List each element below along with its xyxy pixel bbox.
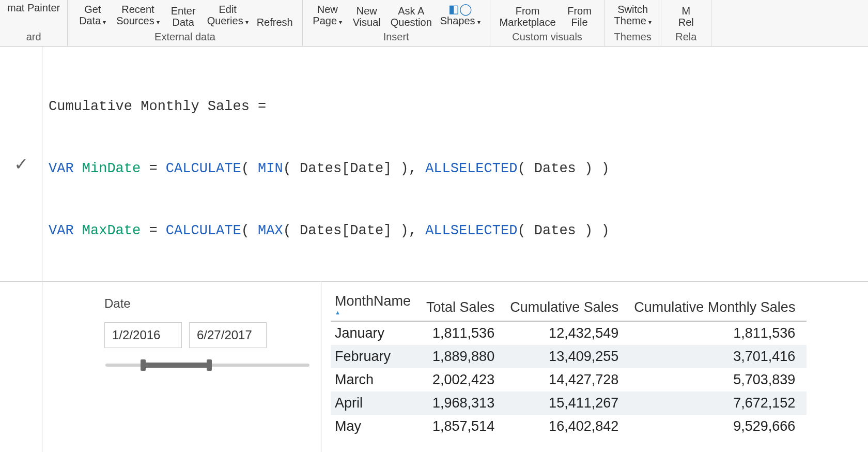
ribbon-group: MRelRela [661,0,711,46]
ribbon-button-line2: Question [391,17,432,28]
cell-total-sales: 1,857,514 [422,415,506,438]
ribbon-group-label-clipboard: ard [26,29,41,44]
ribbon-group: FromMarketplaceFromFileCustom visuals [490,0,605,46]
ribbon-group: NewPage▾NewVisualAsk AQuestion◧◯Shapes▾I… [303,0,490,46]
table-row[interactable]: April1,968,31315,411,2677,672,152 [331,391,807,415]
ribbon-button-line1: From [516,5,540,17]
ribbon-button-line2: Sources▾ [116,15,159,28]
ribbon-button[interactable]: FromFile [562,4,597,29]
col-header-cumulative-monthly-sales[interactable]: Cumulative Monthly Sales [630,289,807,321]
col-header-cumulative-sales[interactable]: Cumulative Sales [506,289,630,321]
cell-month: April [331,391,422,415]
cell-cumulative-sales: 15,411,267 [506,391,630,415]
table-row[interactable]: May1,857,51416,402,8429,529,666 [331,415,807,438]
slicer-from-input[interactable]: 1/2/2016 [104,322,182,348]
cell-month: March [331,368,422,391]
ribbon-button-line1: Ask A [398,5,424,17]
chevron-down-icon: ▾ [103,19,106,26]
cell-cumulative-monthly-sales: 1,811,536 [630,321,807,345]
ribbon-button-line2: Marketplace [500,17,556,28]
ribbon-button[interactable]: RecentSources▾ [114,3,161,29]
date-slicer[interactable]: Date 1/2/2016 6/27/2017 [42,282,321,452]
ribbon-button-line1: From [567,5,592,17]
chevron-down-icon: ▾ [245,19,249,26]
ribbon: mat Painter ard GetData▾RecentSources▾En… [0,0,868,47]
ribbon-button[interactable]: EditQueries▾ [205,3,251,29]
slicer-slider[interactable] [105,358,309,372]
ribbon-group-clipboard-partial: mat Painter ard [0,0,68,46]
results-table-visual[interactable]: MonthName Total Sales Cumulative Sales C… [321,282,868,452]
ribbon-button-line2: Visual [353,17,381,28]
ribbon-group: GetData▾RecentSources▾EnterDataEditQueri… [68,0,302,46]
cell-month: February [331,345,422,368]
page-title-partial [0,282,42,452]
ribbon-group-label: Rela [675,29,696,44]
report-canvas: Date 1/2/2016 6/27/2017 MonthName Total … [0,282,868,452]
ribbon-button[interactable]: SwitchTheme▾ [612,3,654,29]
ribbon-button[interactable]: GetData▾ [75,3,110,29]
ribbon-button-line2: Data▾ [79,15,106,28]
shapes-icon: ◧◯ [448,4,472,15]
ribbon-group-label: Themes [614,29,652,44]
cell-cumulative-monthly-sales: 7,672,152 [630,391,807,415]
slicer-to-input[interactable]: 6/27/2017 [189,322,267,348]
cell-cumulative-monthly-sales: 9,529,666 [630,415,807,438]
ribbon-group-label: Custom visuals [512,29,582,44]
chevron-down-icon: ▾ [648,19,652,26]
ribbon-group-label: External data [154,29,215,44]
format-painter-button[interactable]: mat Painter [5,1,62,14]
ribbon-button[interactable]: FromMarketplace [498,4,558,29]
ribbon-button-line2: File [571,17,587,28]
ribbon-button-line2: Queries▾ [207,15,249,28]
ribbon-button-line1: New [317,4,338,15]
ribbon-button[interactable]: MRel [669,4,704,29]
format-painter-label: mat Painter [7,2,60,13]
dax-editor[interactable]: Cumulative Monthly Sales = VAR MinDate =… [42,47,868,281]
commit-formula-button[interactable]: ✓ [0,47,42,281]
col-header-monthname[interactable]: MonthName [331,289,422,321]
ribbon-button-line2: Theme▾ [614,15,652,28]
checkmark-icon: ✓ [14,154,28,174]
ribbon-group-label: Insert [383,29,409,44]
chevron-down-icon: ▾ [477,19,481,26]
ribbon-button[interactable]: Refresh [255,16,295,29]
ribbon-button-line1: Enter [171,5,196,17]
cell-month: January [331,321,422,345]
chevron-down-icon: ▾ [339,19,342,26]
ribbon-button-line1: M [681,5,690,17]
formula-bar: ✓ Cumulative Monthly Sales = VAR MinDate… [0,47,868,282]
table-row[interactable]: March2,002,42314,427,7285,703,839 [331,368,807,391]
ribbon-button-line2: Page▾ [313,15,342,28]
ribbon-button-line1: Get [84,4,101,15]
slicer-title: Date [104,296,311,311]
ribbon-button[interactable]: EnterData [166,4,201,29]
cell-total-sales: 2,002,423 [422,368,506,391]
ribbon-button-line1: Switch [617,4,648,15]
slider-thumb-end[interactable] [207,359,212,371]
cell-cumulative-monthly-sales: 3,701,416 [630,345,807,368]
chevron-down-icon: ▾ [157,19,160,26]
ribbon-button[interactable]: ◧◯Shapes▾ [438,3,483,29]
ribbon-button-line2: Rel [678,17,694,28]
cell-cumulative-monthly-sales: 5,703,839 [630,368,807,391]
ribbon-button[interactable]: NewPage▾ [310,3,345,29]
ribbon-button-line1: New [357,5,377,17]
slider-fill [143,363,210,368]
ribbon-button-line2: Shapes▾ [440,15,481,28]
col-header-total-sales[interactable]: Total Sales [422,289,506,321]
ribbon-button[interactable]: NewVisual [349,4,384,29]
slider-thumb-start[interactable] [141,359,146,371]
ribbon-group: SwitchTheme▾Themes [605,0,661,46]
cell-cumulative-sales: 12,432,549 [506,321,630,345]
cell-total-sales: 1,811,536 [422,321,506,345]
table-row[interactable]: February1,889,88013,409,2553,701,416 [331,345,807,368]
results-table: MonthName Total Sales Cumulative Sales C… [331,289,807,438]
cell-total-sales: 1,968,313 [422,391,506,415]
cell-cumulative-sales: 16,402,842 [506,415,630,438]
ribbon-button-line1: Recent [121,4,154,15]
cell-month: May [331,415,422,438]
table-row[interactable]: January1,811,53612,432,5491,811,536 [331,321,807,345]
cell-total-sales: 1,889,880 [422,345,506,368]
ribbon-button[interactable]: Ask AQuestion [389,4,434,29]
cell-cumulative-sales: 13,409,255 [506,345,630,368]
